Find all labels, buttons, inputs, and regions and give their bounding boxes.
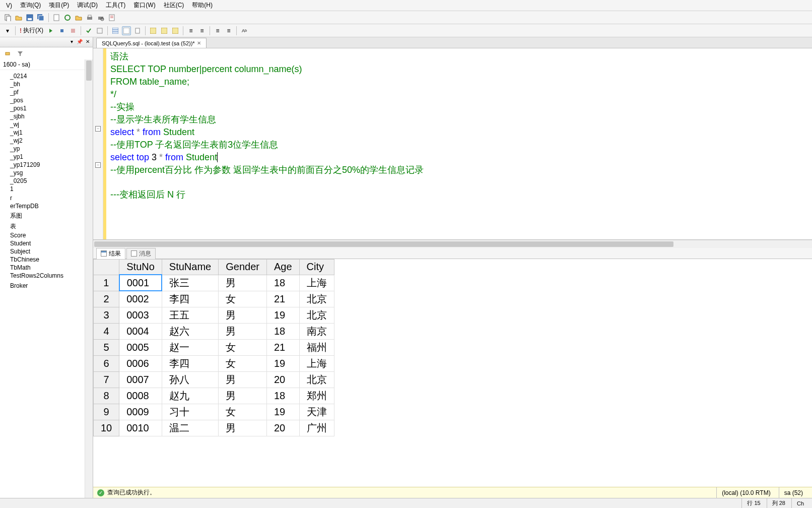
- table-row[interactable]: 70007孙八男20北京: [94, 371, 334, 388]
- comment-icon[interactable]: ≡: [213, 26, 222, 35]
- cell[interactable]: 北京: [299, 307, 334, 323]
- cell[interactable]: 李四: [162, 355, 218, 371]
- fold-icon[interactable]: −: [95, 162, 101, 168]
- results-text-icon[interactable]: [122, 26, 131, 35]
- refresh-icon[interactable]: [63, 13, 72, 22]
- column-header[interactable]: Age: [266, 260, 299, 275]
- connect-icon[interactable]: [3, 49, 12, 58]
- open-icon[interactable]: [14, 13, 23, 22]
- tree-item[interactable]: Broker: [1, 282, 92, 290]
- cell[interactable]: 男: [219, 275, 267, 291]
- table-row[interactable]: 90009习十女19天津: [94, 404, 334, 420]
- folder-icon[interactable]: [74, 13, 83, 22]
- cell[interactable]: 赵九: [162, 388, 218, 404]
- execute-button[interactable]: !执行(X): [18, 26, 45, 35]
- cell[interactable]: 天津: [299, 404, 334, 420]
- cell[interactable]: 0006: [119, 355, 162, 371]
- cell[interactable]: 0001: [119, 275, 162, 291]
- column-header[interactable]: City: [299, 260, 334, 275]
- cell[interactable]: 女: [219, 339, 267, 355]
- page-icon[interactable]: [52, 13, 61, 22]
- cell[interactable]: 王五: [162, 307, 218, 323]
- cell[interactable]: 广州: [299, 420, 334, 436]
- tree-item[interactable]: Subject: [1, 247, 92, 256]
- table-row[interactable]: 20002李四女21北京: [94, 291, 334, 307]
- cell[interactable]: 张三: [162, 275, 218, 291]
- tab-messages[interactable]: 消息: [126, 248, 156, 259]
- cell[interactable]: 19: [266, 355, 299, 371]
- cell[interactable]: 上海: [299, 355, 334, 371]
- table-row[interactable]: 10001张三男18上海: [94, 275, 334, 291]
- cell[interactable]: 20: [266, 371, 299, 388]
- play-icon[interactable]: [46, 26, 55, 35]
- cell[interactable]: 0010: [119, 420, 162, 436]
- cell[interactable]: 赵六: [162, 323, 218, 339]
- indent-left-icon[interactable]: ≡: [186, 26, 195, 35]
- plan3-icon[interactable]: [171, 26, 180, 35]
- cell[interactable]: 男: [219, 307, 267, 323]
- tree-item[interactable]: _bh: [1, 80, 92, 88]
- tree-item[interactable]: _ysg: [1, 169, 92, 177]
- save-icon[interactable]: [25, 13, 34, 22]
- cell[interactable]: 18: [266, 275, 299, 291]
- tree-item[interactable]: _0214: [1, 72, 92, 80]
- tree-item[interactable]: TbMath: [1, 264, 92, 272]
- script-icon[interactable]: [107, 13, 116, 22]
- cell[interactable]: 南京: [299, 323, 334, 339]
- menu-item[interactable]: 项目(P): [45, 0, 73, 11]
- code-content[interactable]: 语法 SELECT TOP number|percent column_name…: [106, 48, 812, 239]
- cell[interactable]: 上海: [299, 275, 334, 291]
- tree-item[interactable]: _wj1: [1, 129, 92, 137]
- pin-icon[interactable]: 📌: [77, 39, 83, 45]
- tree-item[interactable]: erTempDB: [1, 202, 92, 210]
- tree-item[interactable]: r: [1, 194, 92, 202]
- cell[interactable]: 21: [266, 291, 299, 307]
- cell[interactable]: 北京: [299, 371, 334, 388]
- column-header[interactable]: Gender: [219, 260, 267, 275]
- column-header[interactable]: StuName: [162, 260, 218, 275]
- tree-item[interactable]: TestRows2Columns: [1, 272, 92, 280]
- parse-icon[interactable]: [84, 26, 93, 35]
- cell[interactable]: 0007: [119, 371, 162, 388]
- cell[interactable]: 21: [266, 339, 299, 355]
- stop-icon[interactable]: [69, 26, 78, 35]
- menu-item[interactable]: 工具(T): [102, 0, 129, 11]
- scrollbar[interactable]: [85, 59, 93, 498]
- indent-right-icon[interactable]: ≡: [197, 26, 207, 35]
- tree-item[interactable]: 系图: [1, 211, 92, 221]
- tree-item[interactable]: _wj: [1, 120, 92, 129]
- dropdown-icon[interactable]: ▾: [69, 39, 75, 45]
- tree-item[interactable]: _pf: [1, 88, 92, 96]
- menu-item[interactable]: 社区(C): [160, 0, 188, 11]
- close-icon[interactable]: ✕: [85, 39, 91, 45]
- cell[interactable]: 女: [219, 404, 267, 420]
- results-file-icon[interactable]: [133, 26, 142, 35]
- cell[interactable]: 福州: [299, 339, 334, 355]
- tab-results[interactable]: 结果: [96, 248, 125, 259]
- cell[interactable]: 0003: [119, 307, 162, 323]
- cell[interactable]: 男: [219, 323, 267, 339]
- print-preview-icon[interactable]: [96, 13, 105, 22]
- tree-item[interactable]: TbChinese: [1, 256, 92, 264]
- filter-icon[interactable]: [16, 49, 25, 58]
- cell[interactable]: 李四: [162, 291, 218, 307]
- table-row[interactable]: 30003王五男19北京: [94, 307, 334, 323]
- table-row[interactable]: 50005赵一女21福州: [94, 339, 334, 355]
- tree-item[interactable]: _sjbh: [1, 112, 92, 120]
- cell[interactable]: 郑州: [299, 388, 334, 404]
- menu-item[interactable]: 调试(D): [73, 0, 102, 11]
- cell[interactable]: 19: [266, 404, 299, 420]
- cell[interactable]: 20: [266, 420, 299, 436]
- tree-item[interactable]: _wj2: [1, 137, 92, 145]
- cell[interactable]: 0008: [119, 388, 162, 404]
- tree-item[interactable]: _0205: [1, 177, 92, 185]
- cell[interactable]: 男: [219, 420, 267, 436]
- menu-item[interactable]: V): [2, 1, 16, 10]
- table-row[interactable]: 60006李四女19上海: [94, 355, 334, 371]
- tab-sqlquery5[interactable]: SQLQuery5.sql - (local).test (sa (52))* …: [96, 38, 207, 48]
- table-row[interactable]: 100010温二男20广州: [94, 420, 334, 436]
- new-query-icon[interactable]: [3, 13, 12, 22]
- plan-icon[interactable]: [149, 26, 158, 35]
- cell[interactable]: 北京: [299, 291, 334, 307]
- cell[interactable]: 女: [219, 291, 267, 307]
